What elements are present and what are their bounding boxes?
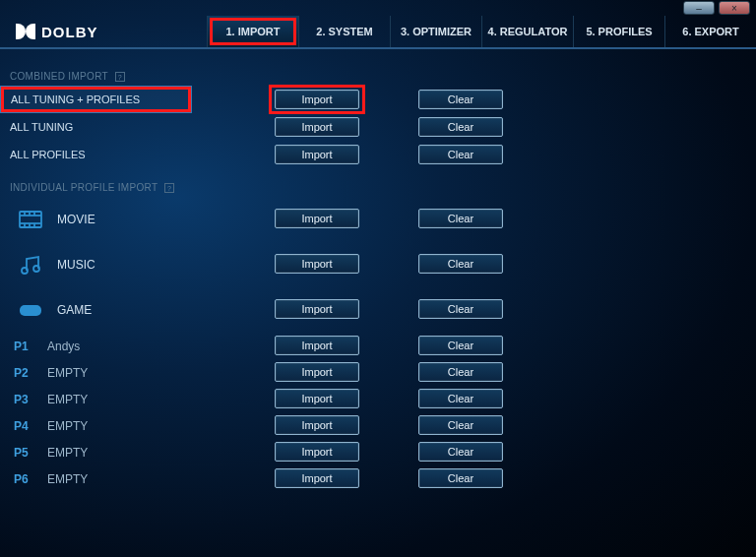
import-button[interactable]: Import bbox=[275, 299, 359, 319]
row-all-profiles: Import Clear bbox=[275, 141, 756, 168]
import-button[interactable]: Import bbox=[275, 90, 359, 109]
sidebar-item-label: GAME bbox=[57, 303, 92, 317]
svg-rect-11 bbox=[20, 305, 41, 316]
sidebar-item-label: ALL TUNING bbox=[10, 121, 73, 133]
row-p4: Import Clear bbox=[275, 411, 756, 438]
profile-label: EMPTY bbox=[47, 393, 88, 406]
clear-button[interactable]: Clear bbox=[418, 389, 503, 408]
sidebar-profile-p2[interactable]: P2 EMPTY bbox=[0, 359, 192, 386]
row-music: Import Clear bbox=[275, 241, 756, 286]
content: Import Clear Import Clear Import Clear I… bbox=[192, 49, 756, 557]
sidebar-header-individual: INDIVIDUAL PROFILE IMPORT ? bbox=[0, 182, 192, 197]
main: COMBINED IMPORT ? ALL TUNING + PROFILES … bbox=[0, 49, 756, 557]
profile-label: EMPTY bbox=[47, 366, 88, 380]
row-all-tuning: Import Clear bbox=[275, 113, 756, 141]
tab-regulator[interactable]: 4. REGULATOR bbox=[481, 16, 573, 47]
import-button[interactable]: Import bbox=[275, 145, 359, 164]
profile-slot: P4 bbox=[14, 419, 35, 433]
svg-rect-0 bbox=[20, 212, 41, 227]
minimize-icon: – bbox=[696, 3, 702, 14]
import-button[interactable]: Import bbox=[275, 389, 359, 408]
sidebar-profile-p6[interactable]: P6 EMPTY bbox=[0, 465, 192, 492]
sidebar-item-music[interactable]: MUSIC bbox=[0, 242, 192, 287]
row-game: Import Clear bbox=[275, 286, 756, 332]
row-movie: Import Clear bbox=[275, 196, 756, 241]
import-button[interactable]: Import bbox=[275, 468, 359, 488]
close-icon: × bbox=[731, 3, 737, 14]
sidebar-header-combined: COMBINED IMPORT ? bbox=[0, 71, 192, 86]
import-button[interactable]: Import bbox=[275, 254, 359, 274]
clear-button[interactable]: Clear bbox=[418, 90, 503, 109]
sidebar-profile-p5[interactable]: P5 EMPTY bbox=[0, 439, 192, 465]
clear-button[interactable]: Clear bbox=[418, 468, 503, 488]
brand-logo: DOLBY bbox=[16, 24, 98, 40]
sidebar-item-label: MUSIC bbox=[57, 258, 95, 272]
help-icon[interactable]: ? bbox=[115, 72, 125, 82]
sidebar-item-movie[interactable]: MOVIE bbox=[0, 197, 192, 242]
tab-profiles[interactable]: 5. PROFILES bbox=[573, 16, 664, 47]
tab-export[interactable]: 6. EXPORT bbox=[664, 16, 756, 47]
import-button[interactable]: Import bbox=[275, 362, 359, 382]
profile-label: EMPTY bbox=[47, 446, 88, 460]
profile-slot: P1 bbox=[14, 340, 35, 353]
clear-button[interactable]: Clear bbox=[418, 209, 503, 228]
import-button[interactable]: Import bbox=[275, 442, 359, 462]
row-all-tuning-profiles: Import Clear bbox=[275, 86, 756, 113]
profile-slot: P6 bbox=[14, 472, 35, 486]
sidebar-item-all-tuning-profiles[interactable]: ALL TUNING + PROFILES bbox=[0, 86, 192, 113]
close-button[interactable]: × bbox=[719, 1, 750, 15]
help-icon[interactable]: ? bbox=[164, 183, 174, 193]
clear-button[interactable]: Clear bbox=[418, 336, 503, 355]
movie-icon bbox=[18, 209, 43, 230]
profile-slot: P3 bbox=[14, 393, 35, 406]
sidebar-item-game[interactable]: GAME bbox=[0, 287, 192, 333]
clear-button[interactable]: Clear bbox=[418, 254, 503, 274]
clear-button[interactable]: Clear bbox=[418, 117, 503, 137]
tab-system[interactable]: 2. SYSTEM bbox=[298, 16, 390, 47]
minimize-button[interactable]: – bbox=[683, 1, 715, 15]
sidebar: COMBINED IMPORT ? ALL TUNING + PROFILES … bbox=[0, 49, 192, 557]
import-button[interactable]: Import bbox=[275, 117, 359, 137]
tab-optimizer[interactable]: 3. OPTIMIZER bbox=[390, 16, 481, 47]
dolby-mark-icon bbox=[16, 24, 35, 39]
top-tabs: 1. IMPORT 2. SYSTEM 3. OPTIMIZER 4. REGU… bbox=[207, 16, 756, 47]
brand-text: DOLBY bbox=[41, 24, 98, 40]
music-icon bbox=[18, 254, 43, 276]
row-p6: Import Clear bbox=[275, 464, 756, 491]
game-icon bbox=[18, 299, 43, 321]
import-button[interactable]: Import bbox=[275, 415, 359, 435]
clear-button[interactable]: Clear bbox=[418, 362, 503, 382]
profile-label: EMPTY bbox=[47, 419, 88, 433]
profile-label: Andys bbox=[47, 340, 80, 353]
sidebar-profile-p3[interactable]: P3 EMPTY bbox=[0, 386, 192, 412]
import-button[interactable]: Import bbox=[275, 336, 359, 355]
sidebar-item-label: ALL PROFILES bbox=[10, 149, 86, 160]
clear-button[interactable]: Clear bbox=[418, 145, 503, 164]
profile-label: EMPTY bbox=[47, 472, 88, 486]
clear-button[interactable]: Clear bbox=[418, 415, 503, 435]
title-bar: – × bbox=[0, 0, 756, 16]
sidebar-item-all-profiles[interactable]: ALL PROFILES bbox=[0, 141, 192, 168]
row-p1: Import Clear bbox=[275, 332, 756, 358]
tab-import[interactable]: 1. IMPORT bbox=[207, 16, 298, 47]
sidebar-item-label: MOVIE bbox=[57, 213, 95, 226]
header: DOLBY 1. IMPORT 2. SYSTEM 3. OPTIMIZER 4… bbox=[0, 16, 756, 49]
row-p2: Import Clear bbox=[275, 358, 756, 385]
row-p3: Import Clear bbox=[275, 385, 756, 411]
sidebar-profile-p1[interactable]: P1 Andys bbox=[0, 333, 192, 359]
sidebar-item-all-tuning[interactable]: ALL TUNING bbox=[0, 113, 192, 141]
sidebar-item-label: ALL TUNING + PROFILES bbox=[11, 93, 140, 105]
profile-slot: P5 bbox=[14, 446, 35, 460]
import-button[interactable]: Import bbox=[275, 209, 359, 228]
row-p5: Import Clear bbox=[275, 438, 756, 464]
sidebar-profile-p4[interactable]: P4 EMPTY bbox=[0, 412, 192, 439]
clear-button[interactable]: Clear bbox=[418, 442, 503, 462]
profile-slot: P2 bbox=[14, 366, 35, 380]
clear-button[interactable]: Clear bbox=[418, 299, 503, 319]
svg-point-9 bbox=[22, 268, 28, 274]
